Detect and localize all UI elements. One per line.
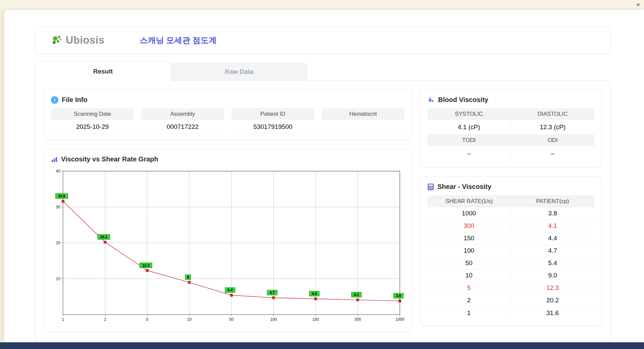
cell-rate: 5 [427, 282, 511, 294]
cell-patient: 20.2 [511, 294, 594, 306]
svg-text:4.7: 4.7 [270, 291, 275, 295]
app-content: Ubiosis 스캐닝 모세관 점도계 Result Raw Data i Fi… [4, 10, 644, 341]
svg-text:100: 100 [270, 317, 277, 322]
app-window: Ubiosis 스캐닝 모세관 점도계 Result Raw Data i Fi… [4, 10, 644, 342]
svg-text:10: 10 [187, 317, 192, 322]
titlebar: × [0, 0, 644, 10]
tab-raw-data[interactable]: Raw Data [171, 63, 307, 81]
cell-patient: 5.4 [511, 257, 594, 269]
svg-text:300: 300 [355, 317, 361, 322]
info-icon: i [51, 96, 58, 104]
field-patient-id: Patient ID 53017919500 [231, 108, 314, 134]
blood-viscosity-grid: SYSTOLIC DIASTOLIC 4.1 (cP) 12.3 (cP) TO… [427, 108, 594, 161]
content-panel: i File Info Scanning Date 2025-10-29 Ass… [35, 81, 610, 341]
cell-patient: 12.3 [511, 282, 594, 294]
field-hematocrit: Hematocrit [322, 108, 405, 134]
svg-text:1000: 1000 [395, 317, 405, 322]
left-column: i File Info Scanning Date 2025-10-29 Ass… [44, 90, 412, 332]
calculator-icon [427, 183, 434, 191]
svg-text:12.3: 12.3 [142, 263, 149, 267]
svg-text:30: 30 [56, 205, 61, 209]
bottom-bar [0, 342, 644, 349]
svg-text:5.4: 5.4 [227, 288, 233, 292]
shear-viscosity-title: Shear - Viscosity [437, 183, 491, 191]
file-info-title: File Info [62, 96, 88, 104]
svg-text:1: 1 [62, 317, 64, 322]
cell-rate: 100 [427, 245, 511, 257]
file-info-fields: Scanning Date 2025-10-29 Assembly 000717… [51, 108, 405, 134]
column-patient: PATIENT(cp) [511, 195, 594, 207]
bar-chart-icon [51, 156, 58, 163]
cell-rate: 1 [427, 307, 511, 319]
svg-text:4.1: 4.1 [354, 293, 359, 297]
graph-header: Viscosity vs Shear Rate Graph [51, 155, 405, 163]
table-row: 50 5.4 [427, 257, 594, 269]
table-row: 1 31.6 [427, 307, 594, 319]
window-frame: × Ubiosis 스캐닝 모세관 점도계 [0, 0, 644, 349]
blood-viscosity-card: Blood Viscosity SYSTOLIC DIASTOLIC 4.1 (… [420, 90, 601, 167]
field-label: Hematocrit [322, 108, 405, 120]
odi-label: ODI [511, 135, 594, 146]
field-value: 2025-10-29 [51, 120, 134, 134]
svg-text:2: 2 [104, 317, 106, 322]
right-column: Blood Viscosity SYSTOLIC DIASTOLIC 4.1 (… [420, 90, 601, 332]
svg-text:150: 150 [312, 317, 319, 322]
diastolic-value: 12.3 (cP) [511, 120, 594, 135]
cell-rate: 10 [427, 269, 511, 282]
cell-rate: 50 [427, 257, 511, 269]
app-header: Ubiosis 스캐닝 모세관 점도계 [35, 27, 610, 54]
cell-rate: 300 [427, 220, 511, 232]
shear-viscosity-header: Shear - Viscosity [427, 183, 594, 191]
table-row: 150 4.4 [427, 232, 594, 245]
shear-viscosity-card: Shear - Viscosity SHEAR RATE(1/s) PATIEN… [420, 177, 601, 326]
blood-viscosity-header: Blood Viscosity [427, 96, 594, 104]
svg-text:5: 5 [146, 317, 149, 322]
table-row: 2 20.2 [427, 294, 594, 307]
graph-card: Viscosity vs Shear Rate Graph 1020304012… [44, 149, 412, 332]
tab-result[interactable]: Result [35, 61, 171, 81]
svg-text:50: 50 [229, 317, 234, 322]
svg-text:10: 10 [56, 277, 61, 281]
cell-rate: 150 [427, 232, 511, 244]
svg-text:20: 20 [56, 241, 61, 245]
svg-text:4.4: 4.4 [312, 292, 317, 296]
graph-title: Viscosity vs Shear Rate Graph [61, 155, 158, 163]
cell-patient: 4.7 [511, 245, 594, 257]
table-row: 100 4.7 [427, 245, 594, 257]
odi-value: – [511, 146, 594, 161]
table-row: 5 12.3 [427, 282, 594, 294]
todi-value: – [427, 146, 511, 161]
systolic-value: 4.1 (cP) [427, 120, 511, 135]
table-row: 300 4.1 [427, 220, 594, 232]
field-value: 53017919500 [231, 120, 314, 134]
cell-patient: 31.6 [511, 307, 594, 319]
cell-rate: 1000 [427, 207, 511, 219]
field-label: Patient ID [231, 108, 314, 120]
column-shear-rate: SHEAR RATE(1/s) [427, 195, 511, 207]
cell-rate: 2 [427, 294, 511, 306]
ubiosis-logo: Ubiosis [51, 34, 104, 46]
svg-text:3.8: 3.8 [396, 294, 401, 298]
diastolic-label: DIASTOLIC [511, 108, 594, 120]
field-label: Scanning Date [51, 108, 134, 120]
file-info-header: i File Info [51, 96, 405, 104]
svg-text:9: 9 [187, 275, 189, 279]
file-info-card: i File Info Scanning Date 2025-10-29 Ass… [44, 90, 412, 140]
cell-patient: 9.0 [511, 269, 594, 282]
page-title: 스캐닝 모세관 점도계 [140, 35, 216, 46]
table-row: 10 9.0 [427, 269, 594, 282]
svg-text:40: 40 [56, 169, 61, 173]
field-scanning-date: Scanning Date 2025-10-29 [51, 108, 134, 134]
cell-patient: 4.1 [511, 220, 594, 232]
blood-viscosity-title: Blood Viscosity [438, 96, 488, 104]
systolic-label: SYSTOLIC [427, 108, 511, 120]
table-row: 1000 3.8 [427, 207, 594, 220]
viscosity-chart: 102030401251050100150300100031.620.212.3… [51, 168, 405, 325]
table-header-row: SHEAR RATE(1/s) PATIENT(cp) [427, 195, 594, 207]
cell-patient: 3.8 [511, 207, 594, 219]
logo-text: Ubiosis [66, 34, 104, 46]
cell-patient: 4.4 [511, 232, 594, 244]
tab-bar: Result Raw Data [35, 61, 610, 81]
todi-label: TODI [427, 135, 511, 146]
close-icon[interactable]: × [636, 1, 640, 8]
